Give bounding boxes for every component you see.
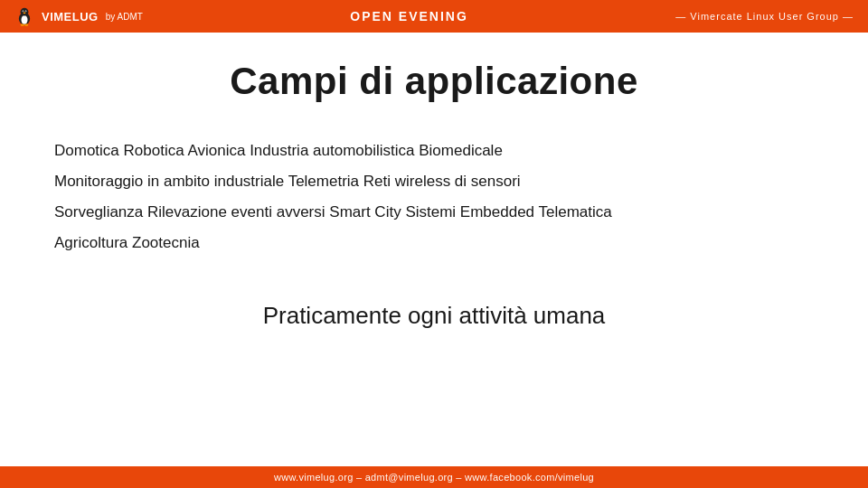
header-tagline: — Vimercate Linux User Group — — [675, 11, 854, 22]
svg-point-2 — [21, 8, 29, 16]
tag-industria: Industria automobilistica — [250, 142, 414, 159]
svg-point-7 — [24, 12, 26, 14]
tag-smartcity: Smart City — [329, 203, 401, 221]
header-by-admt: by ADMT — [106, 12, 143, 22]
header-bar: VIMELUG by ADMT OPEN EVENING — Vimercate… — [0, 0, 868, 33]
footer-bar: www.vimelug.org – admt@vimelug.org – www… — [0, 466, 868, 488]
header-left: VIMELUG by ADMT — [14, 6, 143, 26]
tag-telematica: Telematica — [538, 203, 611, 221]
svg-point-8 — [21, 24, 24, 26]
tag-agricoltura: Agricoltura — [54, 234, 127, 251]
header-title: OPEN EVENING — [350, 9, 468, 23]
tag-robotica: Robotica — [124, 142, 184, 159]
tags-container: Domotica Robotica Avionica Industria aut… — [54, 136, 814, 258]
tag-reti: Reti wireless di sensori — [363, 173, 521, 190]
main-content: Campi di applicazione Domotica Robotica … — [0, 33, 868, 330]
tag-zootecnia: Zootecnia — [132, 234, 200, 251]
tag-rilevazione: Rilevazione eventi avversi — [147, 203, 326, 221]
svg-point-1 — [21, 15, 27, 24]
tag-monitoraggio: Monitoraggio in ambito industriale — [54, 173, 284, 190]
header-brand: VIMELUG — [42, 10, 99, 23]
tags-line4: Agricoltura Zootecnia — [54, 228, 814, 258]
tag-sistemi: Sistemi Embedded — [405, 203, 534, 221]
footer-text: www.vimelug.org – admt@vimelug.org – www… — [274, 472, 594, 483]
subtitle: Praticamente ogni attività umana — [54, 302, 814, 330]
tag-sorveglianza: Sorveglianza — [54, 203, 143, 221]
tag-domotica: Domotica — [54, 142, 119, 159]
page-title: Campi di applicazione — [54, 60, 814, 103]
tux-icon — [14, 6, 34, 26]
svg-point-9 — [24, 24, 28, 26]
tags-line3: Sorveglianza Rilevazione eventi avversi … — [54, 197, 814, 228]
tags-line2: Monitoraggio in ambito industriale Telem… — [54, 166, 814, 197]
tag-telemetria: Telemetria — [288, 173, 359, 190]
svg-point-5 — [23, 11, 24, 12]
tag-biomedicale: Biomedicale — [419, 142, 503, 159]
svg-point-6 — [25, 11, 26, 12]
tags-line1: Domotica Robotica Avionica Industria aut… — [54, 136, 814, 166]
tag-avionica: Avionica — [187, 142, 245, 159]
